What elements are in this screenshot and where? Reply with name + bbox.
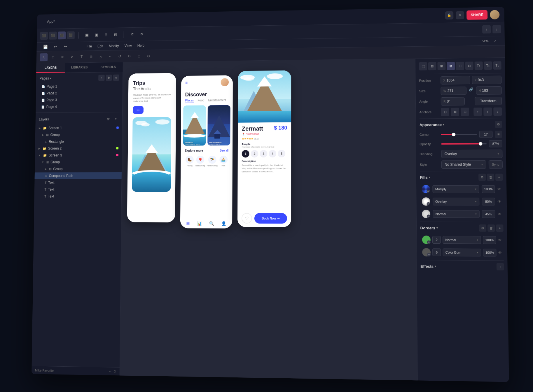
status-fwd-btn[interactable]: ⊙ (113, 370, 116, 373)
size-h-input[interactable]: H 183 (476, 86, 502, 95)
fill-blend-2[interactable]: Overlay ▾ (433, 198, 479, 205)
triangle-tool[interactable]: △ (97, 52, 104, 60)
position-y-input[interactable]: Y 943 (472, 76, 501, 84)
align-right-btn[interactable]: ⬛ (58, 31, 66, 39)
layers-delete-btn[interactable]: 🗑 (105, 116, 112, 122)
align-center-dist[interactable]: ⊟ (428, 62, 436, 70)
rotate2-tool[interactable]: ↻ (125, 52, 133, 60)
num-btn-2[interactable]: 2 (251, 150, 258, 158)
share-button[interactable]: SHARE (466, 10, 487, 20)
rect-tool[interactable]: □ (49, 53, 57, 61)
layer-screen1[interactable]: ▶ 📁 Screen 1 (35, 124, 122, 131)
arrow-tool[interactable]: ← (106, 52, 114, 60)
border-edit-1[interactable]: ✏ (427, 240, 430, 244)
layer-group2[interactable]: ▼ ⊞ Group (35, 159, 122, 166)
page-item-1[interactable]: 📄 Page 1 (39, 82, 119, 90)
opacity-value[interactable]: 87% (489, 140, 502, 147)
zoom-out-btn[interactable]: ▣ (83, 31, 91, 39)
fill-blend-1[interactable]: Multiply ▾ (432, 185, 479, 193)
align-center-btn[interactable]: ⬛ (49, 31, 57, 39)
menu-edit[interactable]: Edit (97, 44, 103, 48)
angle-input[interactable]: R 0° (441, 97, 465, 106)
anchor-align-1[interactable]: ↑ (473, 108, 482, 116)
page-item-2[interactable]: 📄 Page 2 (39, 89, 119, 97)
fit-btn[interactable]: ⤢ (491, 36, 500, 45)
border-value-2[interactable]: 100% (483, 249, 496, 256)
num-btn-1[interactable]: 1 (242, 150, 249, 158)
fill-swatch-1[interactable]: ✏ (422, 185, 430, 193)
layer-screen2[interactable]: ▶ 📁 Screen 2 (35, 145, 122, 152)
nav-search-icon[interactable]: 🔍 (209, 221, 214, 226)
layer-screen3[interactable]: ▼ 📁 Screen 3 (35, 152, 122, 159)
tab-places[interactable]: Places (185, 99, 193, 103)
nav-chart-icon[interactable]: 📊 (197, 221, 202, 226)
select-tool[interactable]: ↖ (40, 53, 48, 61)
tab-libraries[interactable]: LIBRARIES (65, 63, 94, 73)
canvas-area[interactable]: Trips The Arctic Mountain hikes give you… (120, 59, 417, 381)
layer-text-3[interactable]: T Text (34, 193, 122, 200)
border-eye-1[interactable]: 👁 (498, 238, 502, 242)
pen-tool[interactable]: ✏ (59, 53, 67, 61)
border-eye-2[interactable]: 👁 (498, 251, 502, 255)
pages-add-btn[interactable]: ↺ (113, 75, 119, 81)
heart-button[interactable]: ♡ (242, 213, 252, 224)
tab-food[interactable]: Food (198, 99, 204, 103)
border-swatch-1[interactable]: ✏ (422, 235, 431, 244)
save-btn[interactable]: 💾 (41, 43, 50, 51)
anchor-align-2[interactable]: ↕ (483, 108, 492, 116)
nav-home-icon[interactable]: ⊞ (186, 221, 190, 226)
page-item-4[interactable]: 📄 Page 4 (39, 103, 119, 110)
anchor-btn-3[interactable]: ⊡ (461, 108, 469, 116)
align-left-btn[interactable]: ⬛ (40, 31, 48, 39)
border-num-1[interactable]: 2 (432, 236, 441, 244)
fill-blend-3[interactable]: Normal ▾ (433, 210, 480, 218)
grid-btn[interactable]: ⊞ (102, 30, 110, 39)
opacity-thumb[interactable] (479, 142, 483, 145)
borders-delete-btn[interactable]: 🗑 (487, 224, 495, 232)
position-x-input[interactable]: X 1654 (441, 76, 470, 85)
layer-group1[interactable]: ▶ ⊞ Group (35, 131, 122, 138)
align-bottom-dist[interactable]: ⊟ (465, 61, 473, 70)
menu-file[interactable]: File (86, 44, 92, 48)
pages-dot-btn[interactable]: • (98, 75, 104, 81)
redo-btn[interactable]: ↻ (137, 30, 146, 39)
num-btn-3[interactable]: 3 (260, 150, 267, 157)
fill-eye-2[interactable]: 👁 (497, 199, 501, 203)
see-all-link[interactable]: See all (220, 149, 228, 152)
transform-btn[interactable]: Transform (475, 97, 502, 105)
pencil-tool[interactable]: ✐ (68, 53, 76, 61)
align-right-dist[interactable]: ⊞ (437, 62, 445, 70)
fill-edit-2[interactable]: ✏ (427, 202, 430, 205)
slice-btn[interactable]: ⊟ (111, 30, 120, 39)
border-swatch-2[interactable]: ✏ (422, 248, 431, 256)
layer-rect[interactable]: □ Rectangle (35, 138, 122, 145)
layers-add-btn[interactable]: ✦ (113, 116, 119, 122)
book-now-button[interactable]: Book Now ››› (254, 213, 287, 224)
zoom-in-btn[interactable]: ▣ (92, 31, 101, 39)
align-middle-dist[interactable]: ⊡ (456, 62, 464, 70)
tab-entertainment[interactable]: Entertainment (208, 99, 226, 103)
anchor-btn-1[interactable]: ⊟ (441, 108, 449, 116)
text-tool[interactable]: T (78, 53, 85, 61)
num-btn-5[interactable]: 5 (278, 150, 285, 157)
undo2-btn[interactable]: ↩ (51, 42, 60, 51)
undo-btn[interactable]: ↺ (128, 30, 136, 38)
import-btn[interactable]: ↓ (492, 25, 501, 33)
fill-edit-1[interactable]: ✏ (427, 190, 430, 193)
close-btn[interactable]: ✕ (456, 11, 464, 19)
fill-value-1[interactable]: 100% (482, 185, 495, 193)
fill-edit-3[interactable]: ✏ (427, 215, 430, 218)
size-w-input[interactable]: W 271 (441, 87, 466, 95)
anchor-btn-2[interactable]: ⊠ (451, 108, 459, 116)
fills-settings-btn[interactable]: ⚙ (478, 174, 486, 181)
menu-modify[interactable]: Modify (109, 44, 119, 48)
borders-add-btn[interactable]: + (496, 224, 503, 232)
fills-add-btn[interactable]: + (495, 174, 503, 181)
border-edit-2[interactable]: ✏ (427, 253, 431, 256)
style-dropdown[interactable]: No Shared Style ▾ (441, 160, 486, 169)
borders-settings-btn[interactable]: ⚙ (479, 224, 486, 232)
layer-text-2[interactable]: T Text (34, 186, 122, 193)
lock-ratio-icon[interactable]: 🔗 (468, 87, 474, 92)
border-num-2[interactable]: 6 (432, 248, 441, 256)
image-tool[interactable]: ⊞ (87, 52, 95, 60)
